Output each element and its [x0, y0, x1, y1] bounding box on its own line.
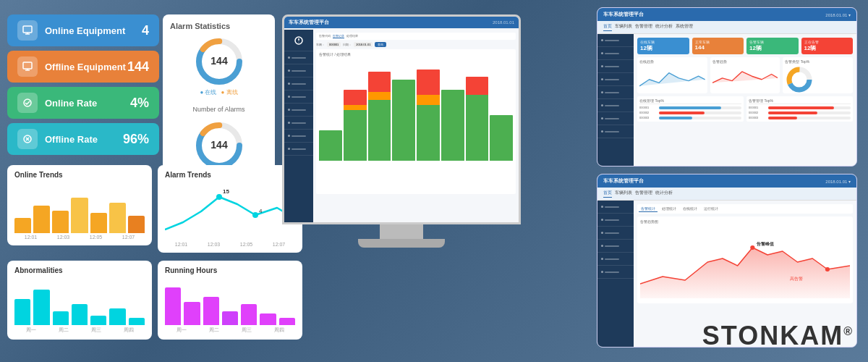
brand-name: STONKAM® — [702, 321, 854, 351]
monitor-neck — [380, 224, 423, 239]
mini-stats-row: 在线车辆 12辆 正常车辆 144 告警车辆 12辆 正在告警 12辆 — [637, 38, 853, 54]
center-monitor: 车车系统管理平台 2018.01.01 告 — [282, 14, 521, 248]
svg-text:144: 144 — [210, 139, 228, 151]
online-rate-value: 4% — [130, 96, 149, 111]
screen-sidebar — [284, 30, 313, 222]
svg-text:告警峰值: 告警峰值 — [757, 241, 775, 246]
svg-text:高告警: 高告警 — [790, 276, 803, 281]
mini-stat-abnormal: 正在告警 12辆 — [801, 38, 854, 54]
screen-content: 车车系统管理平台 2018.01.01 告 — [284, 17, 519, 222]
mini-stat-alarm: 告警车辆 12辆 — [746, 38, 799, 54]
running-hours-panel: Running Hours 周一 周二 周三 周四 — [158, 261, 302, 340]
rp-chart-1: 在线趋势 — [637, 57, 707, 93]
svg-point-19 — [252, 212, 258, 218]
rp-table-right: 告警管理 Top% 000001 000002 000003 — [746, 96, 853, 122]
mini-stat-online: 在线车辆 12辆 — [637, 38, 689, 54]
table-rows: 000001 000002 000003 — [639, 106, 741, 119]
bottom-area-chart: 告警趋势图 告警峰值 高告警 — [637, 216, 853, 303]
table-row: 000003 — [639, 116, 741, 119]
offline-rate-label: Offline Rate — [45, 134, 98, 145]
running-hours-title: Running Hours — [165, 266, 295, 274]
mini-stat-offline: 正常车辆 144 — [692, 38, 744, 54]
online-equipment-label: Online Equipment — [45, 25, 125, 36]
svg-text:15: 15 — [223, 188, 229, 195]
screen-title: 车车系统管理平台 — [289, 19, 329, 26]
alarm-trends-chart: 15 4 — [165, 182, 295, 240]
online-rate-icon — [17, 93, 38, 113]
rp-charts-row: 在线趋势 告警趋势 告警类型 Top% — [637, 57, 853, 93]
table-row: 000003 — [749, 116, 851, 119]
table-row: 000001 — [639, 106, 741, 109]
alarm-trends-title: Alarm Trends — [165, 171, 295, 179]
offline-equipment-icon — [17, 56, 38, 77]
rp-table-area: 在线管理 Top% 000001 000002 000003 — [637, 96, 853, 122]
alarm-stats-title: Alarm Statistics — [170, 22, 268, 30]
monitor-screen: 车车系统管理平台 2018.01.01 告 — [282, 14, 521, 224]
online-trends-title: Online Trends — [14, 171, 145, 179]
online-equipment-icon — [17, 20, 38, 41]
right-panel-bottom-title: 车车系统管理平台 — [603, 177, 644, 185]
offline-equipment-value: 144 — [127, 59, 149, 75]
rp-chart-2: 告警趋势 — [710, 57, 780, 93]
table-row: 000002 — [749, 111, 851, 114]
offline-equipment-card: Offline Equipment 144 — [7, 51, 159, 83]
offline-equipment-label: Offline Equipment — [45, 62, 126, 72]
right-panel-top-title: 车车系统管理平台 — [603, 11, 644, 18]
online-trends-panel: Online Trends 12:01 12:03 12:05 12:07 — [7, 165, 152, 245]
alarm-trends-x-axis: 12:01 12:03 12:05 12:07 — [165, 242, 295, 247]
bottom-panel-tabs: 告警统计 处理统计 在线统计 运行统计 — [637, 204, 853, 214]
abnormalities-panel: Abnormalities 周一 周二 周三 周四 — [7, 261, 152, 340]
screen-header: 车车系统管理平台 2018.01.01 — [284, 17, 519, 28]
online-trends-x-axis: 12:01 12:03 12:05 12:07 — [14, 235, 145, 240]
svg-marker-28 — [640, 248, 850, 298]
svg-text:4: 4 — [259, 208, 263, 214]
svg-point-24 — [299, 41, 299, 42]
offline-rate-card: Offline Rate 96% — [7, 123, 159, 155]
running-hours-chart — [165, 278, 295, 325]
alarm-trends-panel: Alarm Trends 15 4 12:01 12:03 12:05 12:0… — [158, 165, 302, 253]
table-row: 000002 — [639, 111, 741, 114]
left-stats-panel: Online Equipment 4 Offline Equipment 144… — [7, 14, 159, 159]
right-panel-top-header: 车车系统管理平台 2018.01.01 ▾ — [597, 8, 856, 21]
abnormalities-chart — [14, 278, 145, 325]
screen-bar-chart: 告警统计 / 处理结果 — [316, 49, 516, 194]
right-panel-bottom-header: 车车系统管理平台 2018.01.01 ▾ — [597, 174, 856, 188]
alarm-stats-panel: Alarm Statistics 144 ● 在线 ● 离线 Number of… — [163, 14, 275, 178]
screen-main-area: 告警代码 告警记录 处理结果 车辆： 000001 日期： 2018.01.01… — [313, 30, 519, 222]
online-equipment-card: Online Equipment 4 — [7, 14, 159, 46]
online-trends-chart — [14, 182, 145, 233]
right-panel-top-sidebar — [597, 34, 634, 167]
right-panel-top-main: 在线车辆 12辆 正常车辆 144 告警车辆 12辆 正在告警 12辆 — [634, 34, 856, 167]
table-rows: 000001 000002 000003 — [749, 106, 851, 119]
rp-table-left: 在线管理 Top% 000001 000002 000003 — [637, 96, 744, 122]
right-panel-top-content: 在线车辆 12辆 正常车辆 144 告警车辆 12辆 正在告警 12辆 — [597, 34, 856, 167]
table-row: 000001 — [749, 106, 851, 109]
online-rate-label: Online Rate — [45, 98, 97, 109]
abnormalities-x-axis: 周一 周二 周三 周四 — [14, 327, 145, 334]
online-equipment-value: 4 — [142, 23, 149, 38]
online-rate-card: Online Rate 4% — [7, 87, 159, 119]
offline-rate-value: 96% — [123, 132, 149, 147]
svg-rect-0 — [23, 26, 32, 33]
screen-nav: 告警代码 告警记录 处理结果 — [316, 33, 516, 40]
svg-point-31 — [825, 267, 830, 272]
right-panel-top-nav: 首页 车辆列表 告警管理 统计分析 系统管理 — [597, 21, 856, 34]
number-of-alarms-label: Number of Alarms — [192, 106, 244, 113]
svg-point-18 — [216, 194, 222, 200]
svg-text:144: 144 — [210, 55, 228, 67]
right-panel-bottom-sidebar — [597, 201, 634, 348]
offline-rate-icon — [17, 129, 38, 149]
right-panel-bottom-nav: 首页 车辆列表 告警管理 统计分析 — [597, 188, 856, 201]
donut-item-2: 144 — [194, 120, 244, 171]
right-panel-top: 车车系统管理平台 2018.01.01 ▾ 首页 车辆列表 告警管理 统计分析 … — [597, 7, 857, 167]
screen-bars — [319, 59, 513, 161]
rp-chart-donut: 告警类型 Top% — [783, 57, 853, 93]
filter-row: 车辆： 000001 日期： 2018.01.01 查询 — [316, 42, 516, 47]
donut-charts: 144 ● 在线 ● 离线 Number of Alarms 144 — [170, 36, 268, 171]
running-hours-x-axis: 周一 周二 周三 周四 — [165, 327, 295, 334]
monitor-base — [358, 239, 445, 248]
abnormalities-title: Abnormalities — [14, 266, 145, 274]
donut-item-1: 144 ● 在线 ● 离线 — [194, 36, 244, 96]
svg-rect-3 — [23, 62, 32, 69]
svg-point-29 — [750, 245, 754, 250]
